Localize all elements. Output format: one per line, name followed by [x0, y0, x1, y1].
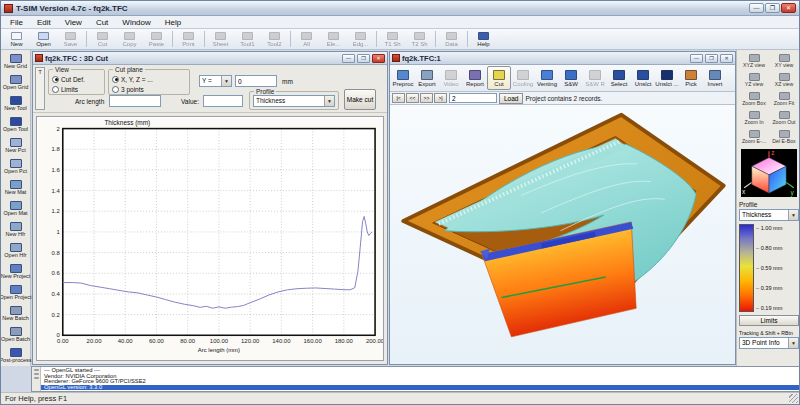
- orientation-cube[interactable]: z x y: [741, 149, 797, 197]
- tool2-button: Tool2: [261, 30, 288, 48]
- record-nav-0[interactable]: |<: [392, 93, 405, 103]
- radio-icon[interactable]: [52, 76, 59, 83]
- log-panel: --- OpenGL started ---Vendor: NVIDIA Cor…: [31, 366, 799, 392]
- rail-open-hfr[interactable]: Open Hfr: [1, 240, 30, 261]
- value-input[interactable]: [203, 95, 243, 107]
- radio-icon[interactable]: [112, 76, 119, 83]
- chevron-down-icon[interactable]: ▼: [221, 76, 231, 86]
- record-nav-3[interactable]: >|: [434, 93, 447, 103]
- tracking-select[interactable]: 3D Point Info ▼: [739, 337, 799, 349]
- radio-3points[interactable]: 3 points: [112, 84, 186, 94]
- log-lines[interactable]: --- OpenGL started ---Vendor: NVIDIA Cor…: [41, 367, 799, 391]
- all-button: All: [293, 30, 320, 48]
- make-cut-button[interactable]: Make cut: [344, 89, 376, 110]
- rail-new-project[interactable]: New Project: [1, 261, 30, 282]
- rail-open-project[interactable]: Open Project: [1, 282, 30, 303]
- minimize-button[interactable]: —: [749, 3, 764, 13]
- menu-cut[interactable]: Cut: [89, 16, 115, 29]
- zoom-in-button[interactable]: Zoom In: [739, 109, 769, 128]
- new-hfr-icon: [10, 222, 22, 231]
- rail-new-tool[interactable]: New Tool: [1, 93, 30, 114]
- view-window-titlebar[interactable]: fq2k.TFC:1 — ❐ ✕: [390, 52, 735, 65]
- radio-icon[interactable]: [112, 86, 119, 93]
- radio-xyz[interactable]: X, Y, Z = ...: [112, 74, 186, 84]
- menu-view[interactable]: View: [58, 16, 89, 29]
- new-tool-icon: [10, 96, 22, 105]
- zoom-fit-button[interactable]: Zoom Fit: [769, 90, 799, 109]
- help-button[interactable]: Help: [470, 30, 497, 48]
- load-button[interactable]: Load: [499, 93, 523, 104]
- xy-view-button[interactable]: XY view: [769, 52, 799, 71]
- s-w-button[interactable]: S&W: [559, 66, 583, 90]
- view-close-button[interactable]: ✕: [720, 54, 733, 63]
- zoom-e-button[interactable]: Zoom E-...: [739, 128, 769, 147]
- titlebar[interactable]: T-SIM Version 4.7c - fq2k.TFC — ❐ ✕: [1, 1, 799, 16]
- new-button[interactable]: New: [3, 30, 30, 48]
- maximize-button[interactable]: ❐: [765, 3, 780, 13]
- rail-open-batch[interactable]: Open Batch: [1, 324, 30, 345]
- rail-new-pct[interactable]: New Pct: [1, 135, 30, 156]
- rail-new-hfr[interactable]: New Hfr: [1, 219, 30, 240]
- rail-open-grid[interactable]: Open Grid: [1, 72, 30, 93]
- axis-value-input[interactable]: [235, 75, 277, 87]
- rail-open-pct[interactable]: Open Pct: [1, 156, 30, 177]
- status-text: For Help, press F1: [5, 394, 67, 403]
- report-button[interactable]: Report: [463, 66, 487, 90]
- close-button[interactable]: ✕: [781, 3, 796, 13]
- rail-open-mat[interactable]: Open Mat: [1, 198, 30, 219]
- preproc-button[interactable]: Preproc: [391, 66, 415, 90]
- arc-length-input[interactable]: [109, 95, 161, 107]
- select-button[interactable]: Select: [607, 66, 631, 90]
- record-nav-2[interactable]: >>: [420, 93, 433, 103]
- log-line[interactable]: OpenGL version: 3.3.0: [41, 385, 799, 390]
- chevron-down-icon[interactable]: ▼: [788, 210, 798, 220]
- log-toolbar-grip[interactable]: [32, 367, 41, 391]
- zoom-out-button[interactable]: Zoom Out: [769, 109, 799, 128]
- record-nav-1[interactable]: <<: [406, 93, 419, 103]
- open-button[interactable]: Open: [30, 30, 57, 48]
- model-3d[interactable]: [390, 105, 735, 364]
- radio-limits[interactable]: Limits: [52, 84, 101, 94]
- xyz-view-button[interactable]: XYZ view: [739, 52, 769, 71]
- radio-cut-def[interactable]: Cut Def.: [52, 74, 101, 84]
- pick-button[interactable]: Pick: [679, 66, 703, 90]
- rail-profile-select[interactable]: Thickness ▼: [739, 209, 799, 221]
- chevron-down-icon[interactable]: ▼: [324, 96, 334, 106]
- invert-button[interactable]: Invert: [703, 66, 727, 90]
- yz-view-button[interactable]: YZ view: [739, 71, 769, 90]
- rail-open-tool[interactable]: Open Tool: [1, 114, 30, 135]
- viewport-3d[interactable]: [390, 105, 735, 364]
- cut-button[interactable]: Cut: [487, 66, 511, 90]
- cut-minimize-button[interactable]: —: [342, 54, 355, 63]
- cut-close-button[interactable]: ✕: [372, 54, 385, 63]
- resize-grip-icon[interactable]: [789, 394, 798, 403]
- export-button[interactable]: Export: [415, 66, 439, 90]
- menu-edit[interactable]: Edit: [30, 16, 58, 29]
- chevron-down-icon[interactable]: ▼: [788, 338, 798, 348]
- rail-new-mat[interactable]: New Mat: [1, 177, 30, 198]
- unslct-button[interactable]: Unslct: [631, 66, 655, 90]
- rail-new-batch[interactable]: New Batch: [1, 303, 30, 324]
- menu-help[interactable]: Help: [158, 16, 188, 29]
- axis-select[interactable]: Y = ▼: [199, 75, 232, 87]
- view-toolbar-label: Unslct ...: [655, 81, 678, 87]
- rail-new-grid[interactable]: New Grid: [1, 51, 30, 72]
- zoom-box-button[interactable]: Zoom Box: [739, 90, 769, 109]
- xz-view-button[interactable]: XZ view: [769, 71, 799, 90]
- view-maximize-button[interactable]: ❐: [705, 54, 718, 63]
- menu-window[interactable]: Window: [115, 16, 157, 29]
- profile-select[interactable]: Thickness ▼: [253, 95, 335, 107]
- window-title: T-SIM Version 4.7c - fq2k.TFC: [16, 4, 746, 13]
- radio-icon[interactable]: [52, 86, 59, 93]
- venting-button[interactable]: Venting: [535, 66, 559, 90]
- limits-button[interactable]: Limits: [739, 315, 799, 326]
- unslct-button[interactable]: Unslct ...: [655, 66, 679, 90]
- cut-maximize-button[interactable]: ❐: [357, 54, 370, 63]
- view-minimize-button[interactable]: —: [690, 54, 703, 63]
- rail-post-process[interactable]: Post-process: [1, 345, 30, 366]
- cut-window-titlebar[interactable]: fq2k.TFC : 3D Cut — ❐ ✕: [33, 52, 387, 65]
- cut-side-tab[interactable]: T: [35, 67, 45, 110]
- menu-file[interactable]: File: [3, 16, 30, 29]
- record-number-input[interactable]: [449, 93, 497, 103]
- del-e-box-button[interactable]: Del E-Box: [769, 128, 799, 147]
